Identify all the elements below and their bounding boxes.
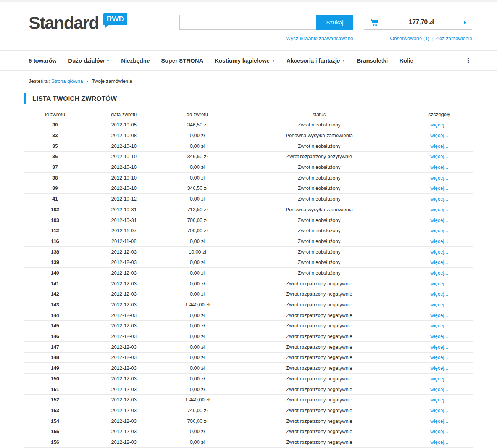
table-row: 1032012-10-31700,00 złZwrot nieobsłużony… — [24, 215, 473, 225]
row-more-link[interactable]: więcej... — [430, 408, 448, 413]
return-status: Zwrot nieobsłużony — [233, 246, 406, 257]
row-more-link[interactable]: więcej... — [430, 365, 448, 371]
return-details-cell: więcej... — [406, 341, 473, 352]
row-more-link[interactable]: więcej... — [430, 439, 448, 445]
nav-item-niezbedne[interactable]: Niezbędne — [121, 57, 150, 64]
row-more-link[interactable]: więcej... — [430, 238, 448, 244]
return-status: Zwrot rozpatrzony negatywnie — [233, 341, 406, 352]
return-amount: 0,00 zł — [162, 278, 233, 289]
logo-rwd-badge: RWD — [103, 13, 127, 25]
return-id: 152 — [24, 395, 86, 405]
row-more-link[interactable]: więcej... — [430, 387, 448, 392]
row-more-link[interactable]: więcej... — [430, 249, 448, 255]
table-row: 1522012-12-031 440,00 złZwrot rozpatrzon… — [24, 395, 473, 405]
logo-text: Standard — [29, 13, 98, 33]
row-more-link[interactable]: więcej... — [430, 397, 448, 403]
return-details-cell: więcej... — [406, 120, 473, 130]
row-more-link[interactable]: więcej... — [430, 259, 448, 265]
column-header-date: data zwrotu — [86, 109, 162, 120]
row-more-link[interactable]: więcej... — [430, 302, 448, 307]
return-details-cell: więcej... — [406, 299, 473, 310]
return-amount: 0,00 zł — [162, 341, 233, 352]
row-more-link[interactable]: więcej... — [430, 312, 448, 318]
row-more-link[interactable]: więcej... — [430, 228, 448, 233]
return-id: 102 — [24, 204, 86, 215]
table-row: 372012-10-100,00 złZwrot nieobsłużonywię… — [24, 162, 473, 173]
advanced-search-link[interactable]: Wyszukiwanie zaawansowane — [286, 36, 353, 41]
row-more-link[interactable]: więcej... — [430, 207, 448, 212]
cart-button[interactable]: 177,70 zł ▶ — [364, 15, 472, 30]
nav-item-duzo-dzialow[interactable]: Dużo działów▼ — [68, 57, 110, 64]
table-row: 1512012-12-030,00 złZwrot rozpatrzony ne… — [24, 384, 473, 395]
nav-item-akcesoria-i-fantazje[interactable]: Akcesoria i fantazje▼ — [286, 57, 345, 64]
return-status: Zwrot nieobsłużony — [233, 194, 406, 204]
nav-item-5-towarow[interactable]: 5 towarów — [29, 57, 56, 64]
return-details-cell: więcej... — [406, 162, 473, 173]
return-status: Zwrot rozpatrzony negatywnie — [233, 289, 406, 299]
table-row: 1472012-12-030,00 złZwrot rozpatrzony ne… — [24, 341, 473, 352]
kebab-menu-icon[interactable]: ⋮ — [465, 57, 471, 64]
search-button[interactable]: Szukaj — [316, 15, 353, 30]
table-row: 1452012-12-030,00 złZwrot rozpatrzony ne… — [24, 320, 473, 331]
row-more-link[interactable]: więcej... — [430, 429, 448, 434]
return-details-cell: więcej... — [406, 320, 473, 331]
return-amount: 0,00 zł — [162, 320, 233, 331]
main-nav: 5 towarów Dużo działów▼ Niezbędne Super … — [0, 51, 497, 71]
row-more-link[interactable]: więcej... — [430, 196, 448, 202]
return-id: 138 — [24, 246, 86, 257]
row-more-link[interactable]: więcej... — [430, 270, 448, 276]
search-input[interactable] — [179, 15, 316, 30]
row-more-link[interactable]: więcej... — [430, 133, 448, 138]
table-row: 362012-10-10346,50 złZwrot rozpatrzony p… — [24, 151, 473, 162]
table-row: 352012-10-100,00 złZwrot nieobsłużonywię… — [24, 141, 473, 151]
table-row: 1562012-12-030,00 złZwrot rozpatrzony ne… — [24, 437, 473, 448]
row-more-link[interactable]: więcej... — [430, 175, 448, 181]
site-logo[interactable]: Standard RWD — [29, 13, 127, 33]
row-more-link[interactable]: więcej... — [430, 154, 448, 159]
return-date: 2012-10-10 — [86, 162, 162, 173]
table-row: 302012-10-05346,50 złZwrot nieobsłużonyw… — [24, 120, 473, 130]
nav-item-kolie[interactable]: Kolie — [399, 57, 413, 64]
return-details-cell: więcej... — [406, 374, 473, 384]
row-more-link[interactable]: więcej... — [430, 217, 448, 223]
return-details-cell: więcej... — [406, 268, 473, 278]
return-amount: 0,00 zł — [162, 310, 233, 320]
row-more-link[interactable]: więcej... — [430, 418, 448, 424]
row-more-link[interactable]: więcej... — [430, 122, 448, 128]
row-more-link[interactable]: więcej... — [430, 164, 448, 170]
nav-item-kostiumy-kapielowe[interactable]: Kostiumy kąpielowe▼ — [215, 57, 275, 64]
return-details-cell: więcej... — [406, 141, 473, 151]
row-more-link[interactable]: więcej... — [430, 143, 448, 149]
return-date: 2012-10-31 — [86, 204, 162, 215]
row-more-link[interactable]: więcej... — [430, 344, 448, 350]
return-amount: 0,00 zł — [162, 268, 233, 278]
return-details-cell: więcej... — [406, 331, 473, 342]
table-row: 1412012-12-030,00 złZwrot rozpatrzony ne… — [24, 278, 473, 289]
row-more-link[interactable]: więcej... — [430, 185, 448, 191]
row-more-link[interactable]: więcej... — [430, 354, 448, 360]
row-more-link[interactable]: więcej... — [430, 291, 448, 297]
place-order-link[interactable]: Złóż zamówienie — [435, 36, 472, 41]
row-more-link[interactable]: więcej... — [430, 333, 448, 339]
breadcrumb-home-link[interactable]: Strona główna — [51, 78, 83, 84]
row-more-link[interactable]: więcej... — [430, 323, 448, 328]
return-status: Zwrot rozpatrzony negatywnie — [233, 352, 406, 363]
return-amount: 0,00 zł — [162, 289, 233, 299]
row-more-link[interactable]: więcej... — [430, 376, 448, 382]
return-date: 2012-12-03 — [86, 426, 162, 437]
nav-item-bransoletki[interactable]: Bransoletki — [357, 57, 388, 64]
table-row: 1122012-11-07700,00 złZwrot nieobsłużony… — [24, 225, 473, 236]
return-amount: 0,00 zł — [162, 172, 233, 183]
return-amount: 0,00 zł — [162, 426, 233, 437]
nav-item-super-strona[interactable]: Super STRONA — [161, 57, 203, 64]
table-row: 1422012-12-030,00 złZwrot rozpatrzony ne… — [24, 289, 473, 299]
return-id: 39 — [24, 183, 86, 194]
cart-icon — [370, 18, 379, 26]
return-status: Zwrot rozpatrzony negatywnie — [233, 426, 406, 437]
row-more-link[interactable]: więcej... — [430, 281, 448, 286]
return-details-cell: więcej... — [406, 204, 473, 215]
return-id: 149 — [24, 363, 86, 374]
return-amount: 0,00 zł — [162, 374, 233, 384]
watched-items-link[interactable]: Obserwowane (1) — [390, 36, 429, 41]
return-status: Zwrot rozpatrzony negatywnie — [233, 320, 406, 331]
